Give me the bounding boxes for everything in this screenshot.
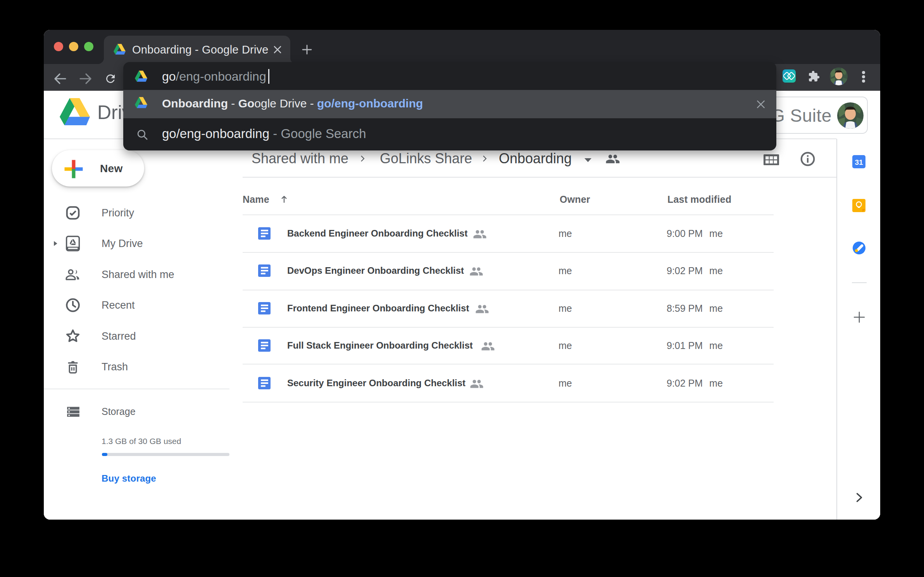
svg-text:31: 31 bbox=[855, 158, 863, 166]
